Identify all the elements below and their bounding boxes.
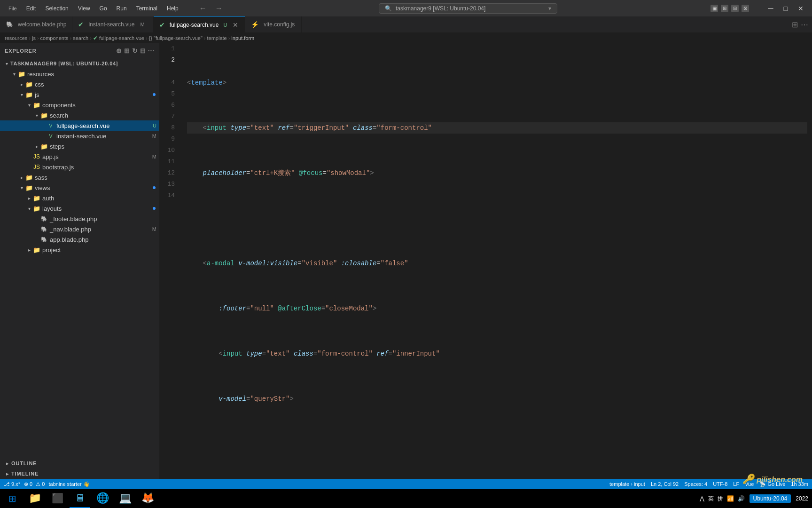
sidebar-item-components[interactable]: 📁 components [0,100,159,110]
breadcrumb-resources[interactable]: resources [5,35,27,41]
taskbar-terminal[interactable]: ⬛ [47,489,68,508]
status-os[interactable]: Ubuntu-20.04 [750,494,791,503]
gt-8: > [289,393,293,405]
tab-close-icon[interactable]: ✕ [232,21,239,29]
tray-wifi-icon[interactable]: 📶 [727,495,734,502]
collapse-icon[interactable]: ⊟ [140,47,146,55]
layout-icon-1[interactable]: ▣ [710,5,718,12]
taskbar-explorer[interactable]: 📁 [24,489,45,508]
tab-welcome[interactable]: 🐘 welcome.blade.php [0,16,72,32]
close-button[interactable]: ✕ [794,4,807,13]
code-editor[interactable]: <template> <input type="text" ref="trigg… [182,43,812,479]
menu-terminal[interactable]: Terminal [133,4,161,13]
status-spaces[interactable]: Spaces: 4 [684,481,707,487]
auth-chevron [25,194,33,202]
taskbar-firefox[interactable]: 🦊 [137,489,158,508]
sidebar-item-js[interactable]: 📁 js [0,89,159,100]
sidebar-item-bootstrapjs[interactable]: JS bootstrap.js [0,162,159,172]
breadcrumb-search[interactable]: search [73,35,88,41]
sidebar-item-footer[interactable]: 🐘 _footer.blade.php [0,214,159,224]
new-folder-icon[interactable]: ⊞ [124,47,130,55]
tab-vite-config[interactable]: ⚡ vite.config.js [245,16,302,32]
tray-input-icon[interactable]: 拼 [718,495,723,503]
code-line-2: <input type="text" ref="triggerInput" cl… [187,122,807,134]
taskbar-vslauncher[interactable]: 💻 [115,489,135,508]
breadcrumb-js[interactable]: js [32,35,36,41]
tray-arrows-icon[interactable]: ⋀ [700,495,704,502]
split-editor-icon[interactable]: ⊞ [792,20,798,29]
status-branch[interactable]: ⎇ 9.x* [4,481,20,487]
sidebar-item-steps[interactable]: 📁 steps [0,141,159,151]
sidebar-item-appjs[interactable]: JS app.js M [0,151,159,162]
sidebar-item-layouts[interactable]: 📁 layouts [0,203,159,214]
global-search-box[interactable]: 🔍 taskmanager9 [WSL: Ubuntu-20.04] ▾ [379,3,557,14]
tab-fullpage-search[interactable]: ✔ fullpage-search.vue U ✕ [154,16,246,32]
status-encoding[interactable]: UTF-8 [713,481,727,487]
explorer-icon: 📁 [29,492,41,504]
ln-11: 11 [167,156,175,167]
outline-chevron [4,460,11,467]
sidebar-header-actions[interactable]: ⊕ ⊞ ↻ ⊟ ··· [116,47,155,55]
sidebar-item-fullpage-search[interactable]: V fullpage-search.vue U [0,120,159,131]
timeline-section[interactable]: TIMELINE [0,468,159,479]
indent-3 [187,167,203,179]
sidebar-item-views[interactable]: 📁 views [0,183,159,193]
menu-view[interactable]: View [74,4,94,13]
status-breadcrumb[interactable]: template › input [609,481,645,487]
more-actions-icon[interactable]: ⋯ [801,20,808,29]
menu-edit[interactable]: Edit [23,4,40,13]
sidebar-item-instant-search[interactable]: V instant-search.vue M [0,131,159,141]
indent-5 [187,258,203,269]
menu-selection[interactable]: Selection [41,4,72,13]
forward-button[interactable]: → [212,3,226,14]
tab-m-badge-1: M [140,22,144,27]
status-tabnine[interactable]: tabnine starter 👋 [48,481,89,487]
sidebar-item-resources[interactable]: 📁 resources [0,69,159,79]
menu-run[interactable]: Run [113,4,131,13]
menu-help[interactable]: Help [163,4,182,13]
menu-file[interactable]: File [5,4,21,13]
outline-section[interactable]: OUTLINE [0,458,159,468]
minimize-button[interactable]: ─ [764,3,777,14]
tag-input-1: input [207,122,226,134]
tab-instant-search[interactable]: ✔ instant-search.vue M [72,16,153,32]
menu-bar[interactable]: File Edit Selection View Go Run Terminal… [5,4,182,13]
tray-keyboard-icon[interactable]: 英 [708,495,714,503]
editor-actions[interactable]: ⊞ ⋯ [788,16,812,32]
refresh-icon[interactable]: ↻ [132,47,138,55]
sidebar-item-sass[interactable]: 📁 sass [0,172,159,183]
status-errors[interactable]: ⊗ 0 ⚠ 0 [24,481,45,487]
sidebar-item-project[interactable]: 📁 project [0,245,159,255]
root-item[interactable]: TASKMANAGER9 [WSL: UBUNTU-20.04] [0,58,159,69]
tray-speaker-icon[interactable]: 🔊 [738,495,745,502]
sidebar-item-css[interactable]: 📁 css [0,79,159,89]
taskbar-chrome[interactable]: 🌐 [92,489,113,508]
code-container[interactable]: 1 2 4 5 6 7 8 9 10 11 12 13 14 <template… [160,43,812,479]
sidebar-item-search[interactable]: 📁 search [0,110,159,120]
window-controls[interactable]: ▣ ⊞ ⊟ ⊠ ─ □ ✕ [710,3,807,14]
breadcrumb-input[interactable]: input.form [231,35,254,41]
dropdown-icon[interactable]: ▾ [548,5,551,12]
status-position[interactable]: Ln 2, Col 92 [651,481,679,487]
ln-7: 7 [167,111,175,122]
back-button[interactable]: ← [196,3,210,14]
breadcrumb-symbol[interactable]: {} "fullpage-search.vue" [149,35,203,41]
start-button[interactable]: ⊞ [4,490,21,507]
more-icon[interactable]: ··· [148,47,155,55]
layout-icon-2[interactable]: ⊞ [721,5,728,12]
new-file-icon[interactable]: ⊕ [116,47,122,55]
taskbar-vscode[interactable]: 🖥 [70,489,90,508]
sidebar-item-auth[interactable]: 📁 auth [0,193,159,203]
layout-icon-3[interactable]: ⊟ [731,5,739,12]
breadcrumb-template[interactable]: template [207,35,226,41]
sidebar-item-nav[interactable]: 🐘 _nav.blade.php M [0,224,159,234]
breadcrumb-components[interactable]: components [40,35,69,41]
breadcrumb-filename[interactable]: fullpage-search.vue [99,35,144,41]
layout-icon-4[interactable]: ⊠ [742,5,749,12]
menu-go[interactable]: Go [96,4,111,13]
eq-7: = [376,258,380,269]
status-eol[interactable]: LF [733,481,739,487]
maximize-button[interactable]: □ [780,4,791,13]
breadcrumb-vue-icon: ✔ [93,35,98,41]
sidebar-item-appblade[interactable]: 🐘 app.blade.php [0,234,159,245]
